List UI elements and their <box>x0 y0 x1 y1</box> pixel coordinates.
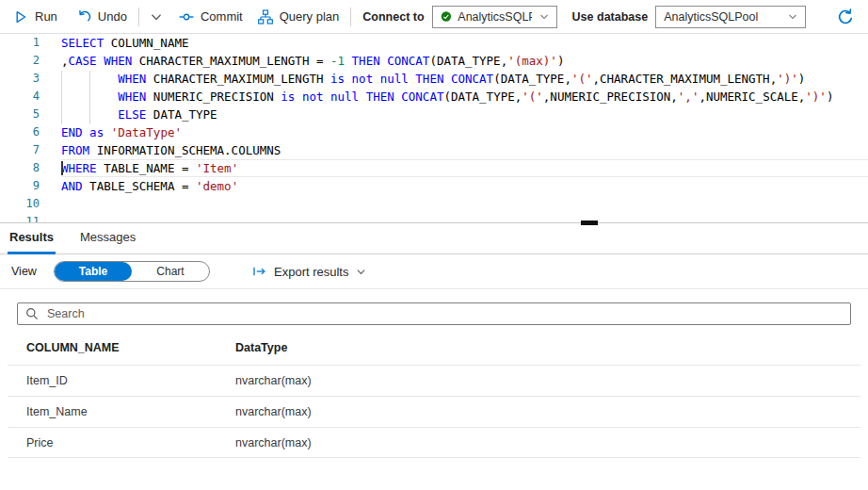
code-line[interactable]: 6 END as 'DataType' <box>0 123 868 141</box>
search-icon <box>25 307 39 320</box>
table-row[interactable]: Item_Name nvarchar(max) <box>8 396 860 427</box>
cell-data-type: nvarchar(max) <box>235 405 860 418</box>
code-line[interactable]: 10 <box>0 195 868 213</box>
check-circle-icon <box>441 9 452 24</box>
cell-column-name: Item_ID <box>26 374 235 387</box>
code-line[interactable]: 9 AND TABLE_SCHEMA = 'demo' <box>0 177 868 195</box>
use-database-label: Use database <box>572 10 649 24</box>
query-plan-button[interactable]: Query plan <box>258 9 340 24</box>
sql-editor[interactable]: 1 SELECT COLUMN_NAME 2 ,CASE WHEN CHARAC… <box>0 34 868 222</box>
cell-column-name: Item_Name <box>26 405 235 418</box>
line-number: 1 <box>0 34 40 52</box>
view-label: View <box>11 265 54 278</box>
line-number: 3 <box>0 70 40 88</box>
run-button[interactable]: Run <box>13 9 57 24</box>
line-number: 8 <box>0 159 40 177</box>
view-row: View TableChart Export results <box>0 254 868 289</box>
code-text: SELECT COLUMN_NAME <box>61 34 868 52</box>
commit-button[interactable]: Commit <box>179 9 243 24</box>
connect-to-dropdown[interactable]: AnalyticsSQLPool <box>432 6 557 28</box>
cell-data-type: nvarchar(max) <box>235 374 860 387</box>
query-plan-icon <box>258 9 273 24</box>
code-text: ,CASE WHEN CHARACTER_MAXIMUM_LENGTH = -1… <box>61 52 868 70</box>
line-number: 4 <box>0 88 40 106</box>
code-line[interactable]: 3 WHEN CHARACTER_MAXIMUM_LENGTH is not n… <box>0 70 868 88</box>
toggle-table[interactable]: Table <box>55 262 132 281</box>
line-number: 7 <box>0 141 40 159</box>
chevron-down-icon <box>149 9 164 24</box>
line-number: 10 <box>0 195 40 213</box>
toggle-label: Table <box>79 265 107 278</box>
code-text: WHEN CHARACTER_MAXIMUM_LENGTH is not nul… <box>61 70 868 88</box>
connect-to-label: Connect to <box>362 10 424 24</box>
refresh-button[interactable] <box>837 8 854 25</box>
code-line[interactable]: 7 FROM INFORMATION_SCHEMA.COLUMNS <box>0 141 868 159</box>
run-label: Run <box>35 9 57 24</box>
line-number: 2 <box>0 52 40 70</box>
line-number: 6 <box>0 123 40 141</box>
table-header: COLUMN_NAME DataType <box>8 325 860 365</box>
chevron-down-icon <box>538 11 550 23</box>
chevron-down-icon <box>787 11 798 23</box>
code-lines: 1 SELECT COLUMN_NAME 2 ,CASE WHEN CHARAC… <box>0 34 868 222</box>
table-body: Item_ID nvarchar(max) Item_Name nvarchar… <box>8 365 860 458</box>
refresh-icon <box>837 8 854 25</box>
code-text: ELSE DATA_TYPE <box>61 106 868 123</box>
line-number: 11 <box>0 213 40 222</box>
code-line[interactable]: 4 WHEN NUMERIC_PRECISION is not null THE… <box>0 88 868 106</box>
tab-label: Results <box>9 230 54 244</box>
export-results-button[interactable]: Export results <box>251 264 367 279</box>
commit-label: Commit <box>201 9 243 24</box>
code-line[interactable]: 8 WHERE TABLE_NAME = 'Item' <box>0 159 868 177</box>
export-icon <box>251 264 267 279</box>
table-row[interactable]: Price nvarchar(max) <box>8 427 860 458</box>
code-line[interactable]: 1 SELECT COLUMN_NAME <box>0 34 868 52</box>
line-number: 9 <box>0 177 40 195</box>
code-text: WHEN NUMERIC_PRECISION is not null THEN … <box>61 88 868 106</box>
use-database-dropdown[interactable]: AnalyticsSQLPool <box>655 6 806 28</box>
code-text: WHERE TABLE_NAME = 'Item' <box>61 159 868 177</box>
toggle-label: Chart <box>156 265 184 278</box>
search-box <box>17 302 851 325</box>
tab-results[interactable]: Results <box>8 223 56 253</box>
column-header-column-name: COLUMN_NAME <box>26 341 235 354</box>
search-input[interactable] <box>45 306 843 321</box>
undo-label: Undo <box>98 9 127 24</box>
results-table: COLUMN_NAME DataType Item_ID nvarchar(ma… <box>8 325 860 458</box>
pane-resize-grip[interactable] <box>581 220 598 225</box>
run-options-button[interactable] <box>149 9 164 24</box>
tab-label: Messages <box>80 230 136 244</box>
toggle-chart[interactable]: Chart <box>132 262 209 281</box>
undo-icon <box>76 9 91 24</box>
query-plan-label: Query plan <box>280 9 340 24</box>
chevron-down-icon <box>355 266 367 278</box>
code-text <box>61 213 868 222</box>
code-line[interactable]: 5 ELSE DATA_TYPE <box>0 106 868 123</box>
cell-data-type: nvarchar(max) <box>235 436 860 449</box>
cell-column-name: Price <box>26 436 235 449</box>
connect-to-value: AnalyticsSQLPool <box>458 10 531 24</box>
view-toggle: TableChart <box>54 261 210 282</box>
toolbar-separator <box>350 8 351 26</box>
indent-guide <box>61 71 62 124</box>
code-text: FROM INFORMATION_SCHEMA.COLUMNS <box>61 141 868 159</box>
code-text <box>61 195 868 213</box>
tab-messages[interactable]: Messages <box>78 223 137 253</box>
toolbar-separator <box>138 8 139 26</box>
code-line[interactable]: 11 <box>0 213 868 222</box>
undo-button[interactable]: Undo <box>76 9 127 24</box>
indent-guide <box>89 71 90 124</box>
column-header-data-type: DataType <box>235 341 860 354</box>
export-results-label: Export results <box>274 265 348 279</box>
code-text: END as 'DataType' <box>61 123 868 141</box>
toolbar: Run Undo Commit Query plan Connect to An… <box>0 0 868 34</box>
table-row[interactable]: Item_ID nvarchar(max) <box>8 365 860 396</box>
results-tabs: ResultsMessages <box>0 223 868 254</box>
line-number: 5 <box>0 106 40 123</box>
commit-icon <box>179 9 194 24</box>
use-database-value: AnalyticsSQLPool <box>664 10 758 24</box>
code-line[interactable]: 2 ,CASE WHEN CHARACTER_MAXIMUM_LENGTH = … <box>0 52 868 70</box>
code-text: AND TABLE_SCHEMA = 'demo' <box>61 177 868 195</box>
play-icon <box>13 9 28 24</box>
